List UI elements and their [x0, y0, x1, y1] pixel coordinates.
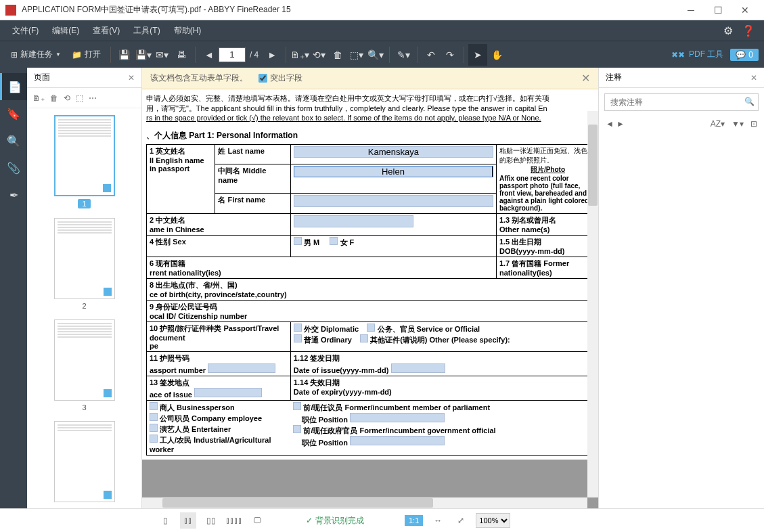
pt-oth-check[interactable] — [360, 334, 368, 342]
expand-icon[interactable]: ⊡ — [750, 119, 757, 129]
view-two-icon[interactable]: ▯▯ — [203, 512, 219, 529]
horizontal-scrollbar[interactable] — [142, 497, 587, 508]
redo-icon[interactable]: ↷ — [441, 44, 459, 66]
comments-close-icon[interactable]: ✕ — [750, 73, 757, 83]
rail-bookmarks-icon[interactable]: 🔖 — [0, 100, 27, 127]
firstname-field[interactable] — [294, 195, 493, 207]
middlename-field[interactable] — [294, 166, 493, 177]
search-doc-icon[interactable]: 🔍▾ — [366, 44, 385, 66]
hand-icon[interactable]: ✋ — [487, 44, 506, 66]
occ-ent-check[interactable] — [150, 424, 158, 432]
comments-badge[interactable]: 💬 0 — [730, 49, 759, 61]
zoom-select[interactable]: 100% — [476, 513, 510, 528]
view-single-icon[interactable]: ▯ — [157, 512, 173, 529]
thumb-4[interactable] — [54, 421, 115, 502]
minimize-button[interactable]: ─ — [677, 0, 704, 20]
rail-signature-icon[interactable]: ✒ — [0, 181, 27, 208]
search-comments-input[interactable] — [604, 93, 759, 111]
pt-ord-check[interactable] — [294, 334, 302, 342]
sign-icon[interactable]: ✎▾ — [394, 44, 413, 66]
settings-icon[interactable]: ⚙ — [718, 20, 738, 41]
maximize-button[interactable]: ☐ — [704, 0, 732, 20]
delete-btn[interactable]: 🗑 — [50, 93, 58, 103]
fit-button[interactable]: 1:1 — [405, 515, 423, 526]
delete-page-icon[interactable]: 🗑 — [328, 44, 347, 66]
left-rail: 📄 🔖 🔍 📎 ✒ — [0, 68, 27, 508]
issue-date-field[interactable] — [391, 363, 445, 373]
open-button[interactable]: 📁打开 — [66, 44, 106, 66]
occ-emp-check[interactable] — [150, 413, 158, 421]
next-comment-icon[interactable]: ► — [616, 119, 625, 129]
issue-place-field[interactable] — [194, 388, 262, 397]
more-btn[interactable]: ⋯ — [89, 93, 97, 103]
new-task-button[interactable]: ⊞新建任务▼ — [5, 44, 66, 66]
search-icon[interactable]: 🔍 — [744, 97, 755, 106]
menu-help[interactable]: 帮助(H) — [167, 20, 208, 41]
rail-pages-icon[interactable]: 📄 — [0, 73, 27, 100]
view-continuous-icon[interactable]: ⫿⫿ — [180, 512, 196, 529]
pt-dip-check[interactable] — [294, 324, 302, 332]
menu-tools[interactable]: 工具(T) — [127, 20, 166, 41]
save-icon[interactable]: 💾 — [115, 44, 134, 66]
undo-icon[interactable]: ↶ — [422, 44, 441, 66]
occ-gov-check[interactable] — [293, 425, 301, 433]
save-as-icon[interactable]: 💾▾ — [134, 44, 153, 66]
rotate-icon[interactable]: ⟲▾ — [309, 44, 328, 66]
print-icon[interactable]: 🖶 — [172, 44, 191, 66]
thumb-2[interactable] — [54, 218, 115, 299]
instr-line3: rs in the space provided or tick (√) the… — [146, 114, 598, 122]
sex-f-check[interactable] — [330, 237, 338, 245]
help-icon[interactable]: ❓ — [738, 20, 759, 41]
occ-wrk-check[interactable] — [150, 435, 158, 443]
position1-field[interactable] — [350, 413, 445, 422]
menu-view[interactable]: 查看(V) — [86, 20, 127, 41]
thumb-3[interactable] — [54, 319, 115, 401]
info-text: 该文档包含互动表单字段。 — [150, 72, 248, 84]
pointer-icon[interactable]: ➤ — [468, 44, 487, 66]
photo-cn: 粘贴一张近期正面免冠、浅色景的彩色护照照片。 — [499, 146, 596, 165]
document-area: 该文档包含互动表单字段。 突出字段 ✕ 申请人必须如实、完整、清楚地填写本表格。… — [142, 68, 598, 508]
occ-par-check[interactable] — [293, 402, 301, 410]
thumb-num-3: 3 — [82, 403, 86, 412]
filter-icon[interactable]: ▼▾ — [732, 119, 744, 129]
sex-m-check[interactable] — [294, 237, 302, 245]
passport-num-field[interactable] — [208, 363, 275, 373]
pages-close-icon[interactable]: ✕ — [128, 73, 135, 83]
occ-bus-check[interactable] — [150, 402, 158, 410]
next-page-icon[interactable]: ► — [263, 44, 282, 66]
page-input[interactable] — [219, 47, 246, 62]
info-close-icon[interactable]: ✕ — [581, 72, 590, 85]
menu-edit[interactable]: 编辑(E) — [45, 20, 86, 41]
vertical-scrollbar[interactable] — [587, 111, 598, 497]
add-page-btn[interactable]: 🗎₊ — [32, 93, 45, 103]
menu-file[interactable]: 文件(F) — [5, 20, 45, 41]
fit-page-icon[interactable]: ⤢ — [453, 512, 469, 529]
close-button[interactable]: ✕ — [732, 0, 759, 20]
highlight-checkbox[interactable]: 突出字段 — [259, 72, 302, 84]
sort-button[interactable]: AZ▾ — [711, 119, 725, 129]
prev-page-icon[interactable]: ◄ — [200, 44, 219, 66]
view-fullscreen-icon[interactable]: 🖵 — [249, 512, 265, 529]
recognize-icon[interactable]: ⬚▾ — [347, 44, 366, 66]
pt-svc-check[interactable] — [367, 324, 375, 332]
thumb-1[interactable] — [54, 115, 115, 196]
comment-icon: 💬 — [736, 50, 746, 60]
recognize-btn[interactable]: ⬚ — [76, 93, 83, 103]
comments-title: 注释 — [606, 72, 622, 83]
prev-comment-icon[interactable]: ◄ — [606, 119, 614, 129]
fit-width-icon[interactable]: ↔ — [430, 512, 446, 529]
rotate-btn[interactable]: ⟲ — [64, 93, 70, 103]
view-two-cont-icon[interactable]: ⫿⫿⫿⫿ — [226, 512, 242, 529]
document-viewport[interactable]: 申请人必须如实、完整、清楚地填写本表格。请逐项在空白处用中文或英文大写字母打印填… — [142, 89, 598, 508]
highlight-check-input[interactable] — [259, 74, 267, 83]
mail-icon[interactable]: ✉▾ — [153, 44, 172, 66]
add-page-icon[interactable]: 🗎₊▾ — [290, 44, 309, 66]
f1-2: 2 中文姓名 — [150, 216, 185, 224]
rail-search-icon[interactable]: 🔍 — [0, 127, 27, 154]
f1-11: 11 护照号码 — [150, 354, 189, 362]
rail-attachments-icon[interactable]: 📎 — [0, 154, 27, 181]
lastname-field[interactable] — [294, 146, 493, 158]
pdf-tools-button[interactable]: ✖✖ PDF 工具 — [665, 49, 730, 60]
position2-field[interactable] — [350, 436, 445, 445]
chinese-name-field[interactable] — [294, 215, 413, 227]
